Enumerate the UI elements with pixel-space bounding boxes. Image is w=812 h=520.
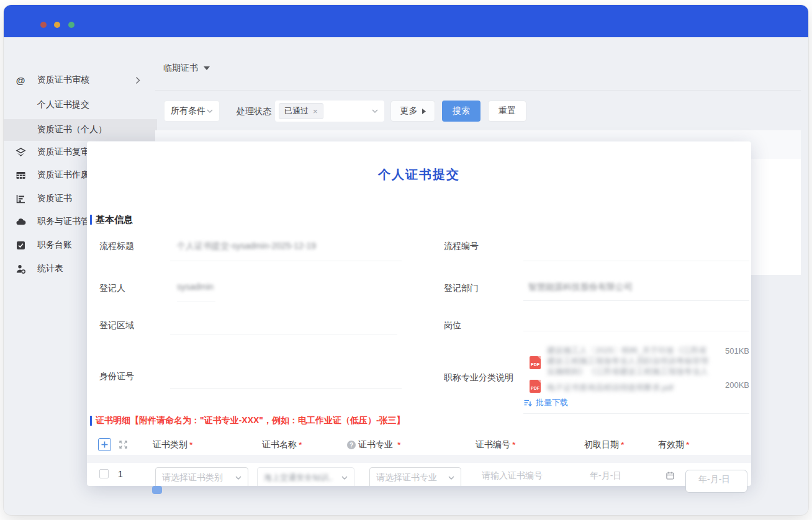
basic-info-section-title: 基本信息: [96, 214, 133, 226]
valid-date-input[interactable]: 年-月-日: [685, 470, 747, 493]
register-dept-value: 智慧能源科技股份有限公司: [528, 282, 633, 293]
all-conditions-select[interactable]: 所有条件: [164, 101, 220, 122]
more-label: 更多: [400, 105, 418, 117]
cloud-icon: [15, 216, 26, 227]
status-filter-select[interactable]: 已通过 ×: [275, 101, 384, 122]
chart-icon: [15, 193, 26, 204]
field-underline: [523, 413, 749, 414]
personal-cert-submit-modal: 个人证书提交 基本信息 流程标题 个人证书提交-sysadmin-2025-12…: [87, 141, 751, 486]
first-date-input[interactable]: 年-月-日: [590, 470, 621, 482]
chevron-down-icon: [341, 476, 348, 480]
cert-type-select[interactable]: 请选择证书类别: [155, 467, 248, 486]
sidebar-item-label: 资质证书（个人）: [37, 124, 107, 135]
attachment-filename[interactable]: 建设施工人〔2025〕特种_关于印发《江西省建设工程施工现场专业人员职业培训考核…: [547, 345, 713, 377]
cert-type-placeholder: 请选择证书类别: [162, 472, 223, 483]
sidebar-item-label: 资质证书: [37, 193, 72, 204]
sidebar-item-label: 统计表: [37, 263, 63, 274]
expand-icon: [118, 439, 129, 450]
sidebar-item-cert-audit[interactable]: @ 资质证书审核: [0, 73, 157, 87]
window-titlebar: [4, 5, 808, 37]
section-accent-bar: [90, 215, 92, 225]
cert-no-input[interactable]: 请输入证书编号: [482, 470, 543, 482]
help-icon[interactable]: ?: [347, 441, 356, 449]
sidebar-item-label: 职务台账: [37, 240, 72, 251]
calendar-icon[interactable]: [665, 471, 675, 480]
modal-title: 个人证书提交: [87, 166, 751, 183]
field-underline: [523, 331, 749, 331]
reset-button[interactable]: 重置: [488, 101, 526, 122]
status-tag[interactable]: 已通过 ×: [279, 103, 323, 119]
col-header-cert-no: 证书编号*: [476, 439, 515, 451]
attachment-filesize: 200KB: [722, 380, 749, 390]
plus-icon: [101, 441, 108, 448]
col-header-valid-period: 有效期*: [658, 439, 689, 451]
post-label: 岗位: [444, 320, 461, 331]
tag-close-icon[interactable]: ×: [313, 107, 318, 116]
batch-download-link[interactable]: 批量下载: [523, 397, 568, 408]
cert-major-placeholder: 请选择证书专业: [376, 472, 437, 483]
caret-right-icon: [422, 109, 426, 114]
field-underline: [170, 261, 402, 261]
sidebar-item-label: 资质证书作废: [37, 169, 89, 181]
more-filters-button[interactable]: 更多: [390, 101, 435, 122]
sidebar-item-personal-cert-submit[interactable]: 个人证书提交: [0, 97, 157, 112]
field-underline: [170, 388, 402, 389]
search-button[interactable]: 搜索: [442, 101, 480, 122]
id-number-label: 身份证号: [99, 371, 134, 382]
chevron-right-icon: [135, 76, 140, 84]
registrant-value: sysadmin: [177, 282, 214, 292]
col-header-cert-major: ? 证书专业*: [347, 439, 400, 451]
table-header-gap: [87, 455, 751, 463]
register-dept-label: 登记部门: [444, 283, 479, 294]
screen: @ 资质证书审核 个人证书提交 资质证书（个人） 资质证书复审 资质证书作废 资…: [0, 0, 812, 520]
window-minimize-dot[interactable]: [54, 22, 60, 28]
process-title-value: 个人证书提交-sysadmin-2025-12-19: [177, 241, 316, 252]
process-no-label: 流程编号: [444, 241, 479, 252]
batch-download-label: 批量下载: [536, 397, 568, 408]
required-mark: *: [189, 440, 192, 450]
layers-icon: [15, 146, 26, 158]
expand-rows-button[interactable]: [118, 439, 129, 450]
process-title-label: 流程标题: [99, 241, 134, 252]
attachment-filename[interactable]: 电子证书查询流程说明使用要求.pdf: [547, 382, 713, 393]
required-mark: *: [299, 440, 302, 450]
sidebar-item-cert-personal[interactable]: 资质证书（个人）: [0, 122, 157, 137]
required-mark: *: [621, 440, 624, 450]
cert-name-select[interactable]: 海上交通安全知识..: [257, 467, 354, 486]
register-area-label: 登记区域: [99, 320, 134, 331]
all-conditions-label: 所有条件: [171, 105, 205, 117]
chevron-down-icon: [207, 109, 213, 113]
add-row-button[interactable]: [98, 438, 111, 451]
field-underline: [523, 261, 749, 261]
check-square-icon: [15, 240, 26, 251]
valid-date-placeholder: 年-月-日: [698, 474, 730, 485]
section-accent-bar: [90, 416, 92, 426]
chevron-down-icon: [235, 476, 241, 480]
scrollbar-thumb[interactable]: [152, 486, 162, 494]
col-header-cert-type: 证书类别*: [153, 439, 192, 451]
row-checkbox[interactable]: [99, 469, 109, 478]
attachment-row[interactable]: PDF: [530, 356, 541, 369]
reset-label: 重置: [498, 105, 516, 117]
batch-download-icon: [523, 398, 533, 408]
status-filter-label: 处理状态: [237, 106, 271, 117]
caret-down-icon: [204, 66, 210, 70]
attachment-row[interactable]: PDF: [530, 380, 541, 393]
required-mark: *: [512, 440, 515, 450]
window-zoom-dot[interactable]: [68, 22, 74, 28]
cert-major-select[interactable]: 请选择证书专业: [369, 467, 461, 486]
title-class-label: 职称专业分类说明: [444, 372, 513, 383]
required-mark: *: [397, 440, 400, 450]
sidebar-item-label: 个人证书提交: [37, 99, 89, 110]
required-mark: *: [686, 440, 689, 450]
table-icon: [15, 169, 26, 181]
attachment-filesize: 501KB: [722, 346, 749, 356]
window-close-dot[interactable]: [40, 22, 47, 28]
field-underline: [170, 334, 397, 334]
cert-name-value: 海上交通安全知识..: [264, 472, 333, 483]
at-icon: @: [15, 74, 26, 86]
sidebar-item-label: 资质证书复审: [37, 146, 89, 158]
tab-expiring-certs[interactable]: 临期证书: [163, 63, 210, 74]
registrant-label: 登记人: [99, 283, 125, 294]
cert-detail-section-title: 证书明细【附件请命名为："证书专业-XXX"，例如：电工作业证（低压）-张三】: [96, 415, 405, 426]
